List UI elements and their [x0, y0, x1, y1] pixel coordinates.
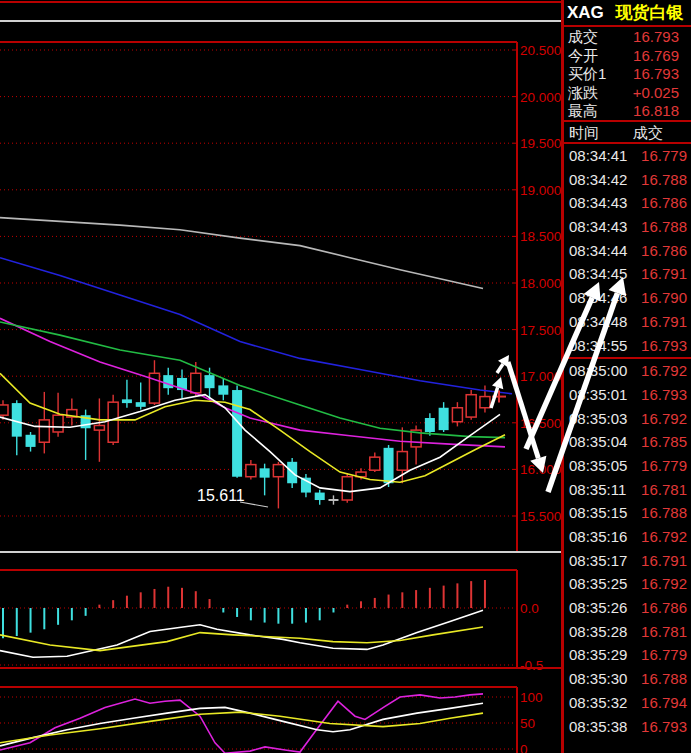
price-axis-label: 19.000: [520, 183, 561, 198]
candle-body-down: [136, 402, 146, 407]
trade-price: 16.791: [641, 262, 691, 286]
trade-time: 08:35:11: [564, 478, 626, 502]
trade-row: 08:34:4616.790: [564, 286, 691, 310]
main-chart-area[interactable]: 20.50020.00019.50019.00018.50018.00017.5…: [0, 0, 561, 753]
candle-body-up: [39, 420, 49, 442]
quote-label: 今开: [564, 47, 598, 66]
candle-body-up: [480, 397, 490, 408]
candle-body-down: [163, 375, 173, 388]
trade-price: 16.792: [641, 572, 691, 596]
trade-row: 08:35:0116.793: [564, 383, 691, 407]
candle-body-down: [26, 435, 36, 447]
trade-row: 08:34:4516.791: [564, 262, 691, 286]
kdj-axis-label: 100: [520, 690, 543, 705]
trade-time: 08:35:26: [564, 596, 627, 620]
column-header-price: 成交: [633, 122, 691, 142]
candle-body-up: [466, 395, 476, 417]
trade-price: 16.781: [641, 620, 691, 644]
trade-price: 16.786: [641, 191, 691, 215]
trade-price: 16.793: [641, 334, 691, 358]
time-sales-header: 时间 成交: [564, 122, 691, 144]
trade-price: 16.791: [641, 549, 691, 573]
trade-time: 08:35:04: [564, 430, 627, 454]
price-axis-label: 17.500: [520, 323, 561, 338]
candle-body-up: [452, 408, 462, 422]
instrument-title[interactable]: XAG 现货白银: [564, 0, 691, 27]
d-yellow: [0, 712, 483, 743]
trade-row: 08:34:4316.788: [564, 215, 691, 239]
price-axis-label: 19.500: [520, 136, 561, 151]
trade-time: 08:34:45: [564, 262, 627, 286]
quote-value: 16.769: [633, 47, 691, 66]
trade-row: 08:35:2916.779: [564, 643, 691, 667]
quote-label: 成交: [564, 28, 598, 47]
trade-price: 16.792: [641, 359, 691, 383]
candle-body-down: [439, 408, 449, 430]
trade-price: 16.788: [641, 168, 691, 192]
trade-time: 08:35:00: [564, 359, 627, 383]
candle-body-up: [53, 415, 63, 432]
trade-time: 08:34:55: [564, 334, 627, 358]
low-price-label: 15.611: [197, 487, 245, 504]
price-axis-label: 20.000: [520, 90, 561, 105]
ma-long-gray: [0, 218, 483, 289]
price-axis-label: 16.000: [520, 462, 561, 477]
trade-time: 08:35:29: [564, 643, 627, 667]
candle-body-down: [232, 390, 242, 477]
trade-price: 16.779: [641, 643, 691, 667]
trade-time: 08:34:41: [564, 144, 627, 168]
trade-time: 08:35:38: [564, 715, 627, 739]
trade-row: 08:35:3816.793: [564, 715, 691, 739]
trade-time: 08:34:42: [564, 168, 627, 192]
quote-label: 最高: [564, 102, 598, 121]
candle-body-down: [218, 385, 228, 394]
trade-price: 16.793: [641, 715, 691, 739]
candle-body-down: [205, 375, 215, 388]
quote-row: 涨跌+0.025: [564, 84, 691, 103]
trade-row: 08:35:1716.791: [564, 549, 691, 573]
instrument-name: 现货白银: [616, 3, 684, 22]
trade-row: 08:35:1616.792: [564, 525, 691, 549]
trade-time: 08:34:46: [564, 286, 627, 310]
quote-row: 买价116.793: [564, 65, 691, 84]
trade-price: 16.792: [641, 407, 691, 431]
trade-row: 08:34:4416.786: [564, 239, 691, 263]
trade-time: 08:35:05: [564, 454, 627, 478]
trade-price: 16.793: [641, 383, 691, 407]
trade-row: 08:35:1116.781: [564, 478, 691, 502]
trade-time: 08:35:03: [564, 407, 627, 431]
trade-price: 16.792: [641, 525, 691, 549]
kdj-axis-label: 0: [520, 742, 528, 753]
trade-price: 16.779: [641, 144, 691, 168]
quote-row: 今开16.769: [564, 47, 691, 66]
trade-row: 08:35:0516.779: [564, 454, 691, 478]
trade-row: 08:35:1516.788: [564, 501, 691, 525]
trade-row: 08:35:3216.794: [564, 691, 691, 715]
quote-summary: 成交16.793今开16.769买价116.793涨跌+0.025最高16.81…: [564, 27, 691, 122]
trade-price: 16.788: [641, 501, 691, 525]
candle-body-down: [425, 418, 435, 432]
trade-time: 08:34:44: [564, 239, 627, 263]
trade-time: 08:35:30: [564, 667, 627, 691]
trade-time: 08:34:48: [564, 310, 627, 334]
candle-body-up: [342, 477, 352, 500]
column-header-time: 时间: [564, 122, 599, 142]
macd-axis-label: -0.5: [520, 658, 543, 673]
quote-label: 涨跌: [564, 84, 598, 103]
trade-price: 16.781: [641, 478, 691, 502]
price-axis-label: 20.500: [520, 43, 561, 58]
trading-terminal: 20.50020.00019.50019.00018.50018.00017.5…: [0, 0, 691, 753]
trade-price: 16.785: [641, 430, 691, 454]
low-label-leader-line: [240, 502, 268, 507]
price-axis-label: 15.500: [520, 509, 561, 524]
trade-price: 16.790: [641, 286, 691, 310]
trade-time: 08:35:01: [564, 383, 627, 407]
candle-body-up: [94, 425, 104, 430]
price-axis-label: 16.500: [520, 416, 561, 431]
trade-row: 08:34:4116.779: [564, 144, 691, 168]
trade-time: 08:35:17: [564, 549, 627, 573]
trade-time: 08:35:15: [564, 501, 627, 525]
trade-row: 08:35:0316.792: [564, 407, 691, 431]
candle-body-down: [384, 448, 394, 483]
trade-row: 08:34:4216.788: [564, 168, 691, 192]
